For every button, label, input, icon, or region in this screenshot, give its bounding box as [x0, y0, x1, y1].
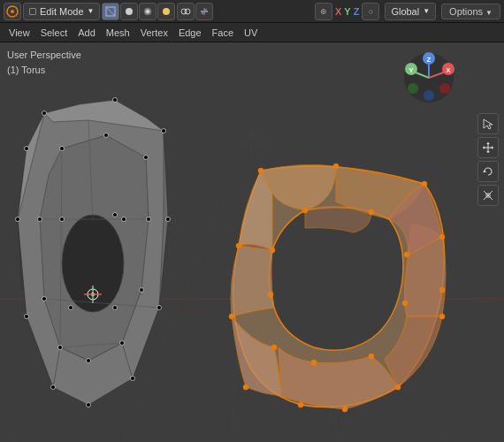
svg-point-5	[144, 8, 151, 15]
material-btn[interactable]	[139, 3, 157, 20]
viewport-shading-group	[102, 3, 175, 20]
svg-text:Z: Z	[427, 56, 431, 64]
svg-marker-113	[486, 151, 490, 153]
options-button[interactable]: Options ▼	[441, 4, 500, 19]
svg-point-90	[402, 301, 408, 306]
svg-point-68	[113, 306, 118, 310]
right-toolbar	[477, 113, 499, 206]
global-selector[interactable]: Global ▼	[385, 3, 436, 20]
svg-point-107	[439, 83, 450, 94]
svg-line-3	[106, 7, 115, 16]
menu-vertex[interactable]: Vertex	[135, 26, 173, 40]
svg-point-79	[439, 287, 445, 293]
svg-point-82	[342, 407, 347, 412]
svg-text:X: X	[446, 66, 451, 74]
svg-point-62	[87, 359, 91, 363]
svg-point-64	[42, 297, 47, 301]
svg-point-55	[25, 147, 29, 151]
gizmo-btn[interactable]	[195, 3, 213, 20]
rendered-btn[interactable]	[157, 3, 175, 20]
svg-point-61	[120, 341, 125, 346]
svg-point-53	[25, 315, 29, 319]
svg-point-91	[369, 354, 374, 359]
svg-point-56	[60, 147, 65, 151]
cursor-tool-btn[interactable]	[477, 113, 499, 134]
svg-marker-115	[492, 146, 493, 149]
svg-point-67	[69, 306, 73, 310]
svg-marker-109	[484, 119, 493, 129]
svg-point-80	[439, 314, 445, 319]
svg-point-86	[236, 243, 241, 248]
svg-point-84	[243, 385, 248, 390]
svg-point-78	[439, 234, 445, 240]
svg-marker-114	[483, 146, 485, 149]
svg-point-45	[42, 111, 47, 116]
svg-point-47	[162, 129, 166, 133]
svg-point-87	[302, 208, 308, 213]
svg-point-63	[58, 346, 63, 350]
svg-point-89	[404, 252, 409, 257]
viewport[interactable]: User Perspective (1) Torus Z X Y	[0, 42, 504, 442]
svg-point-50	[131, 377, 135, 381]
menu-view[interactable]: View	[4, 26, 35, 40]
svg-point-93	[271, 345, 277, 350]
blender-icon[interactable]	[4, 3, 21, 20]
svg-point-51	[87, 403, 91, 408]
transform-icon[interactable]: ⊕	[315, 3, 332, 20]
move-tool-btn[interactable]	[477, 137, 499, 158]
svg-point-8	[185, 9, 190, 14]
svg-point-57	[104, 133, 109, 138]
transform-axis: ⊕ X Y Z ○	[315, 3, 379, 20]
top-bar: Edit Mode ▼ ⊕ X Y Z ○ Global ▼	[0, 0, 504, 23]
svg-point-85	[229, 314, 234, 319]
overlay-btn[interactable]	[177, 3, 195, 20]
svg-point-65	[38, 217, 42, 222]
svg-marker-112	[486, 142, 490, 144]
wireframe-btn[interactable]	[102, 3, 119, 20]
svg-point-75	[258, 168, 263, 173]
svg-point-52	[51, 385, 56, 390]
overlay-group	[177, 3, 213, 20]
svg-point-77	[422, 181, 427, 187]
svg-point-81	[395, 385, 401, 390]
svg-point-95	[270, 248, 275, 253]
menu-uv[interactable]: UV	[239, 26, 263, 40]
scale-tool-btn[interactable]	[477, 185, 499, 206]
svg-point-94	[268, 292, 273, 297]
object-name-label: (1) Torus	[7, 63, 81, 78]
svg-point-59	[147, 217, 151, 222]
menu-face[interactable]: Face	[207, 26, 239, 40]
axis-gizmo[interactable]: Z X Y	[402, 51, 455, 104]
menu-add[interactable]: Add	[73, 26, 101, 40]
svg-point-46	[113, 98, 118, 103]
svg-point-92	[311, 360, 317, 365]
svg-point-76	[333, 164, 339, 169]
perspective-label: User Perspective	[7, 48, 81, 63]
svg-point-69	[122, 217, 126, 222]
svg-marker-116	[483, 170, 486, 172]
svg-point-83	[298, 402, 303, 408]
solid-btn[interactable]	[120, 3, 138, 20]
menu-mesh[interactable]: Mesh	[101, 26, 135, 40]
svg-point-1	[11, 10, 14, 13]
svg-text:Y: Y	[409, 66, 414, 74]
rotate-tool-btn[interactable]	[477, 161, 499, 182]
viewport-labels: User Perspective (1) Torus	[7, 48, 81, 77]
menu-edge[interactable]: Edge	[173, 26, 207, 40]
svg-point-48	[166, 217, 171, 222]
svg-point-88	[369, 210, 374, 215]
mode-selector[interactable]: Edit Mode ▼	[23, 3, 100, 20]
svg-point-6	[163, 8, 170, 15]
menu-select[interactable]: Select	[35, 26, 73, 40]
svg-point-54	[16, 217, 20, 222]
svg-point-66	[60, 217, 65, 222]
svg-point-70	[113, 213, 118, 217]
svg-point-49	[157, 306, 162, 310]
svg-point-60	[140, 288, 144, 293]
svg-point-58	[144, 156, 149, 160]
svg-point-4	[126, 8, 133, 15]
svg-point-106	[424, 90, 434, 101]
proportional-btn[interactable]: ○	[362, 3, 379, 20]
svg-point-108	[408, 83, 418, 94]
